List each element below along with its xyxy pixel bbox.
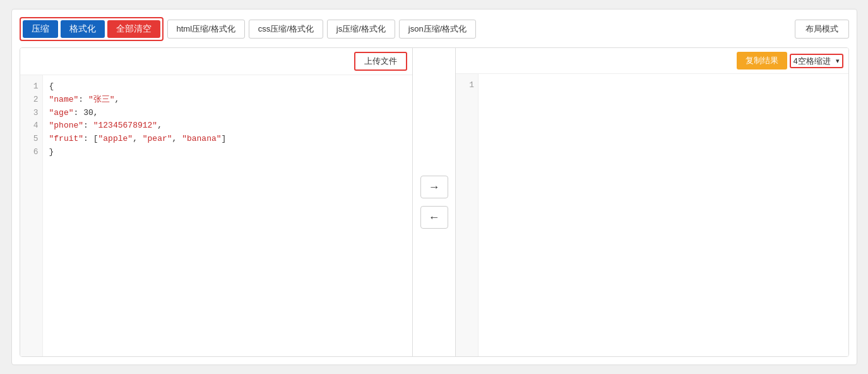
tab-js[interactable]: js压缩/格式化 [327,20,395,39]
right-panel: 复制结果 2空格缩进 4空格缩进 制表符缩进 ▾ 1 [456,48,848,356]
layout-mode-button[interactable]: 布局模式 [795,20,849,39]
right-code-area: 1 [456,74,848,356]
tab-json[interactable]: json压缩/格式化 [399,20,476,39]
line-number: 5 [25,133,39,146]
left-arrow-icon: ← [429,211,440,224]
left-top-bar: 上传文件 [20,48,413,75]
left-code-area: 1 2 3 4 5 6 { "name": "张三", "age": 30, "… [20,75,413,356]
left-line-numbers: 1 2 3 4 5 6 [20,75,43,356]
left-panel: 上传文件 1 2 3 4 5 6 { "name": "张三", "age": … [20,48,413,356]
backward-arrow-button[interactable]: ← [420,206,448,229]
copy-result-button[interactable]: 复制结果 [737,52,787,69]
line-number: 1 [25,80,39,94]
line-number: 2 [25,94,39,107]
editor-area: 上传文件 1 2 3 4 5 6 { "name": "张三", "age": … [20,47,849,357]
forward-arrow-button[interactable]: → [420,176,448,198]
line-number: 3 [25,107,39,120]
middle-panel: → ← [413,48,456,356]
right-arrow-icon: → [429,181,440,194]
upload-file-button[interactable]: 上传文件 [354,52,407,71]
tab-css[interactable]: css压缩/格式化 [249,20,323,39]
toolbar: 压缩 格式化 全部清空 html压缩/格式化 css压缩/格式化 js压缩/格式… [20,17,849,41]
indent-select[interactable]: 2空格缩进 4空格缩进 制表符缩进 [794,56,845,66]
main-container: 压缩 格式化 全部清空 html压缩/格式化 css压缩/格式化 js压缩/格式… [11,9,857,365]
left-code-content[interactable]: { "name": "张三", "age": 30, "phone": "123… [43,75,413,356]
right-line-number: 1 [461,79,474,92]
indent-select-wrapper: 2空格缩进 4空格缩进 制表符缩进 ▾ [790,54,843,68]
right-top-bar: 复制结果 2空格缩进 4空格缩进 制表符缩进 ▾ [456,48,848,74]
tab-html[interactable]: html压缩/格式化 [167,20,245,39]
right-code-content[interactable] [479,74,848,356]
compress-button[interactable]: 压缩 [23,20,58,38]
format-button[interactable]: 格式化 [61,20,105,38]
clear-all-button[interactable]: 全部清空 [107,20,160,38]
primary-btn-group: 压缩 格式化 全部清空 [20,17,163,41]
line-number: 4 [25,119,39,133]
right-line-numbers: 1 [456,74,479,356]
line-number: 6 [25,146,39,159]
